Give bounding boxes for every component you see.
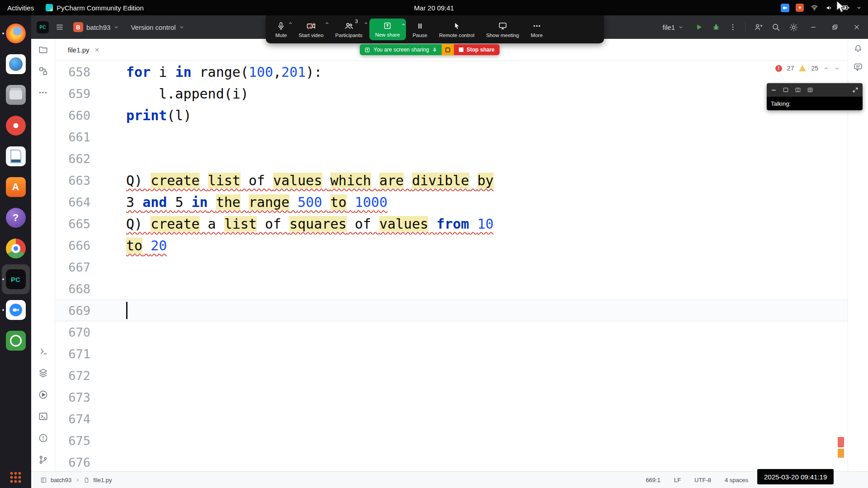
new-share-button[interactable]: New share — [369, 19, 406, 40]
more-actions-button[interactable] — [729, 23, 737, 31]
next-problem-button[interactable] — [834, 66, 840, 71]
stop-share-button[interactable]: Stop share — [454, 44, 500, 55]
share-warning-chip[interactable] — [442, 44, 454, 55]
tool-window-widget-icon[interactable] — [40, 477, 47, 483]
settings-button[interactable] — [789, 23, 798, 32]
zoom-tray-icon[interactable] — [781, 4, 789, 12]
editor-line-667[interactable]: 667 — [55, 256, 848, 278]
panel-layout-split-icon[interactable] — [795, 87, 801, 93]
terminal-tool-button[interactable] — [38, 411, 48, 422]
line-number: 676 — [55, 455, 90, 469]
editor-line-662[interactable]: 662 — [55, 148, 848, 169]
focused-app-menu[interactable]: PyCharm Community Edition — [46, 4, 144, 12]
more-tool-windows-button[interactable] — [38, 88, 48, 98]
version-control-tool-button[interactable] — [38, 455, 48, 465]
ai-assistant-icon[interactable] — [853, 62, 863, 72]
panel-layout-single-icon[interactable] — [783, 87, 789, 93]
dock-item-thunderbird[interactable] — [2, 49, 30, 79]
share-options-chevron-icon[interactable] — [401, 23, 406, 27]
panel-minimize-icon[interactable] — [771, 87, 777, 93]
video-options-chevron-icon[interactable] — [325, 21, 329, 25]
editor-line-665[interactable]: 665Q) create a list of squares of values… — [55, 213, 848, 235]
mute-options-chevron-icon[interactable] — [288, 21, 292, 25]
wifi-icon[interactable] — [810, 4, 819, 12]
main-menu-button[interactable] — [55, 23, 64, 32]
search-everywhere-button[interactable] — [771, 23, 781, 32]
screen-share-indicator-icon[interactable] — [796, 4, 804, 12]
editor-line-669[interactable]: 669 — [55, 300, 848, 321]
activities-button[interactable]: Activities — [7, 4, 34, 12]
editor-line-674[interactable]: 674 — [55, 408, 848, 430]
error-stripe-mark[interactable] — [838, 437, 844, 447]
python-console-tool-button[interactable] — [38, 346, 48, 357]
editor-line-664[interactable]: 6643 and 5 in the range 500 to 1000 — [55, 191, 848, 213]
sharing-mic-icon — [432, 47, 437, 53]
warning-stripe-mark[interactable] — [838, 449, 844, 458]
python-packages-tool-button[interactable] — [38, 368, 48, 378]
breadcrumb-file[interactable]: file1.py — [93, 477, 112, 483]
show-meeting-label: Show meeting — [486, 33, 519, 38]
more-button[interactable]: More — [525, 17, 548, 42]
restore-button[interactable] — [828, 23, 842, 31]
editor-line-659[interactable]: 659 l.append(i) — [55, 83, 848, 104]
tab-close-icon[interactable] — [94, 47, 100, 53]
editor-line-675[interactable]: 675 — [55, 430, 848, 451]
dock-item-files[interactable] — [2, 80, 30, 110]
project-tool-button[interactable] — [38, 44, 48, 55]
editor-line-660[interactable]: 660print(l) — [55, 104, 848, 126]
file-encoding[interactable]: UTF-8 — [694, 477, 711, 483]
code-with-me-button[interactable] — [754, 23, 763, 32]
editor-line-666[interactable]: 666to 20 — [55, 235, 848, 256]
breadcrumb-project[interactable]: batch93 — [51, 477, 71, 483]
problems-tool-button[interactable] — [38, 433, 48, 443]
dock-item-help[interactable]: ? — [2, 203, 30, 233]
show-meeting-button[interactable]: Show meeting — [480, 17, 525, 42]
editor-line-658[interactable]: 658for i in range(100,201): — [55, 61, 848, 83]
line-separator[interactable]: LF — [674, 477, 681, 483]
editor-line-661[interactable]: 661 — [55, 126, 848, 148]
dock-item-libreoffice[interactable] — [2, 141, 30, 171]
dock-item-firefox[interactable] — [2, 19, 30, 48]
dock-item-chrome[interactable] — [2, 234, 30, 263]
volume-icon[interactable] — [825, 4, 834, 12]
show-applications-button[interactable] — [9, 471, 22, 483]
editor-line-676[interactable]: 676 — [55, 451, 848, 471]
prev-problem-button[interactable] — [823, 66, 829, 71]
mute-button[interactable]: Mute — [269, 17, 293, 42]
debug-button[interactable] — [712, 23, 721, 32]
minimize-button[interactable] — [807, 23, 820, 31]
tab-file1[interactable]: file1.py — [63, 39, 104, 61]
editor-lines: 658for i in range(100,201):659 l.append(… — [55, 61, 848, 471]
structure-tool-button[interactable] — [38, 66, 48, 76]
participants-chevron-icon[interactable] — [364, 21, 368, 25]
remote-control-button[interactable]: Remote control — [433, 17, 480, 42]
editor-line-672[interactable]: 672 — [55, 365, 848, 386]
dock-item-green-app[interactable] — [2, 326, 30, 356]
start-video-button[interactable]: Start video — [293, 17, 330, 42]
dock-item-pycharm[interactable]: PC — [2, 264, 30, 294]
close-button[interactable] — [850, 23, 863, 31]
pause-share-button[interactable]: Pause — [407, 17, 434, 42]
panel-layout-grid-icon[interactable] — [807, 87, 813, 93]
editor-line-673[interactable]: 673 — [55, 386, 848, 408]
editor-line-670[interactable]: 670 — [55, 321, 848, 343]
dock-item-zoom[interactable] — [2, 295, 30, 325]
project-widget[interactable]: B batch93 — [71, 19, 122, 35]
editor[interactable]: 658for i in range(100,201):659 l.append(… — [55, 61, 848, 471]
editor-line-668[interactable]: 668 — [55, 278, 848, 300]
participants-button[interactable]: 3 Participants — [330, 17, 368, 42]
editor-line-671[interactable]: 671 — [55, 343, 848, 365]
vcs-widget[interactable]: Version control — [128, 21, 187, 34]
caret-position[interactable]: 669:1 — [646, 477, 660, 483]
services-tool-button[interactable] — [38, 389, 48, 400]
tray-chevron-down-icon[interactable] — [856, 5, 862, 10]
run-configuration-widget[interactable]: file1 — [660, 21, 686, 34]
panel-expand-icon[interactable] — [852, 87, 859, 93]
indent-style[interactable]: 4 spaces — [725, 477, 748, 483]
inspections-widget[interactable]: ! 27 25 — [775, 65, 840, 72]
dock-item-rhythmbox[interactable] — [2, 111, 30, 141]
notifications-bell-icon[interactable] — [853, 44, 863, 54]
dock-item-app-center[interactable]: A — [2, 172, 30, 202]
editor-line-663[interactable]: 663Q) create list of values which are di… — [55, 169, 848, 191]
run-button[interactable] — [694, 23, 703, 32]
